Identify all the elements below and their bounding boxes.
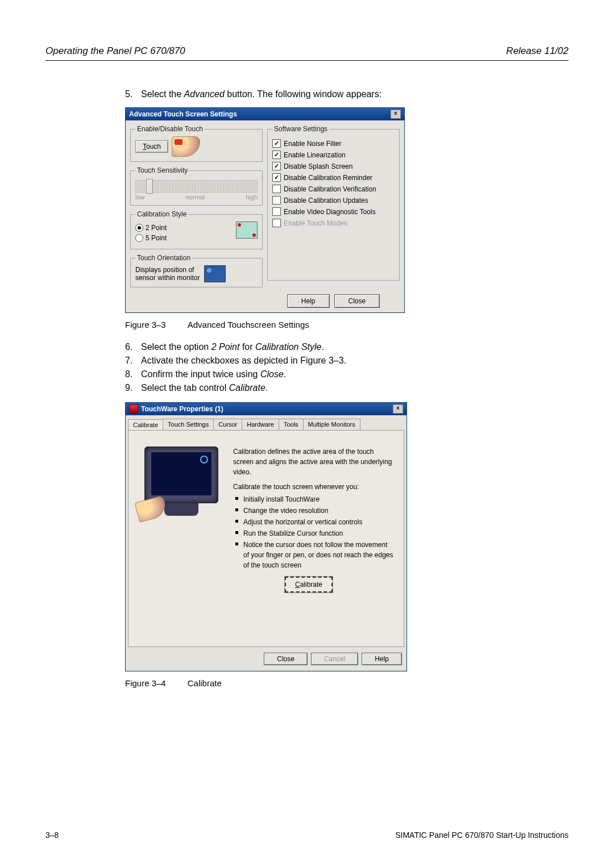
checkbox-disable-reminder[interactable]: ✓Disable Calibration Reminder: [272, 173, 395, 182]
slider-low-label: low: [135, 194, 145, 201]
header-left: Operating the Panel PC 670/870: [45, 45, 185, 57]
help-button[interactable]: Help: [287, 294, 330, 308]
calibration-style-icon: [236, 222, 258, 239]
checkbox-checked-icon: ✓: [272, 151, 281, 159]
list-item: Change the video resolution: [243, 506, 393, 516]
radio-label: 5 Point: [146, 234, 167, 242]
tab-calibrate[interactable]: Calibrate: [128, 419, 163, 431]
advanced-touch-settings-dialog: Advanced Touch Screen Settings × Enable/…: [125, 107, 405, 313]
checkbox-disable-verification[interactable]: Disable Calibration Verification: [272, 185, 395, 193]
touch-button[interactable]: TTouchouch: [135, 140, 168, 153]
close-button[interactable]: Close: [264, 653, 308, 665]
orientation-text: Displays position of sensor within monit…: [135, 266, 200, 282]
enable-disable-touch-group: Enable/Disable Touch TTouchouch: [130, 125, 263, 162]
list-item: Adjust the horizontal or vertical contro…: [243, 517, 393, 527]
sensitivity-slider[interactable]: [135, 180, 258, 193]
step-8: 8. Confirm the input twice using Close.: [125, 369, 546, 379]
checkbox-checked-icon: ✓: [272, 139, 281, 148]
group-legend: Touch Orientation: [135, 254, 192, 262]
touchware-properties-dialog: TouchWare Properties (1) × Calibrate Tou…: [125, 402, 407, 671]
close-button[interactable]: Close: [334, 294, 380, 308]
checkbox-disabled-icon: [272, 219, 281, 227]
touch-sensitivity-group: Touch Sensitivity low normal high: [130, 166, 263, 206]
slider-thumb-icon[interactable]: [146, 179, 153, 194]
cancel-button: Cancel: [311, 653, 358, 665]
checkbox-checked-icon: ✓: [272, 173, 281, 182]
list-item: Initially install TouchWare: [243, 494, 393, 504]
list-item: Notice the cursor does not follow the mo…: [243, 540, 393, 570]
checkbox-unchecked-icon: [272, 185, 281, 193]
list-item: Run the Stabilize Cursor function: [243, 528, 393, 539]
dialog-titlebar: Advanced Touch Screen Settings ×: [126, 108, 404, 120]
app-icon: [129, 404, 138, 414]
dialog-title: TouchWare Properties (1): [141, 405, 223, 413]
checkbox-unchecked-icon: [272, 207, 281, 216]
figure-3-4-caption: Figure 3–4Calibrate: [125, 678, 546, 688]
dialog-title: Advanced Touch Screen Settings: [129, 110, 237, 118]
checkbox-enable-diagnostic[interactable]: Enable Video Diagnostic Tools: [272, 207, 395, 216]
slider-high-label: high: [246, 194, 258, 201]
checkbox-unchecked-icon: [272, 196, 281, 205]
group-legend: Enable/Disable Touch: [135, 125, 205, 133]
checkbox-enable-noise-filter[interactable]: ✓Enable Noise Filter: [272, 139, 395, 148]
page-footer: 3–8 SIMATIC Panel PC 670/870 Start-Up In…: [45, 831, 569, 840]
touch-orientation-group: Touch Orientation Displays position of s…: [130, 254, 263, 287]
tab-touch-settings[interactable]: Touch Settings: [163, 419, 214, 430]
footer-doc-title: SIMATIC Panel PC 670/870 Start-Up Instru…: [395, 831, 569, 840]
tabs: Calibrate Touch Settings Cursor Hardware…: [126, 415, 406, 430]
page-header: Operating the Panel PC 670/870 Release 1…: [45, 45, 569, 61]
step-5: 5. Select the Advanced button. The follo…: [125, 89, 546, 99]
tab-tools[interactable]: Tools: [279, 419, 304, 430]
checkbox-checked-icon: ✓: [272, 162, 281, 170]
checkbox-enable-touch-modes: Enable Touch Modes: [272, 219, 395, 227]
figure-3-3-caption: Figure 3–3Advanced Touchscreen Settings: [125, 320, 546, 329]
tab-cursor[interactable]: Cursor: [213, 419, 242, 430]
slider-normal-label: normal: [186, 194, 205, 201]
radio-selected-icon: [135, 224, 143, 232]
close-icon[interactable]: ×: [391, 110, 401, 119]
checkbox-enable-linearization[interactable]: ✓Enable Linearization: [272, 151, 395, 159]
calibrate-button[interactable]: CalibrateCalibrate: [285, 577, 333, 592]
checkbox-disable-splash[interactable]: ✓Disable Splash Screen: [272, 162, 395, 170]
group-legend: Calibration Style: [135, 210, 188, 218]
page-number: 3–8: [45, 831, 59, 840]
group-legend: Touch Sensitivity: [135, 166, 189, 174]
software-settings-group: Software Settings ✓Enable Noise Filter ✓…: [267, 125, 400, 281]
calibrate-description: Calibration defines the active area of t…: [233, 446, 393, 571]
radio-5-point[interactable]: 5 Point: [135, 234, 236, 242]
radio-unselected-icon: [135, 234, 143, 242]
radio-2-point[interactable]: 2 Point: [135, 224, 236, 232]
step-5-num: 5.: [125, 89, 141, 99]
tab-multiple-monitors[interactable]: Multiple Monitors: [303, 419, 360, 430]
header-right: Release 11/02: [506, 45, 569, 57]
close-icon[interactable]: ×: [393, 404, 403, 414]
help-button[interactable]: Help: [362, 653, 402, 665]
radio-label: 2 Point: [146, 224, 167, 232]
step-6: 6. Select the option 2 Point for Calibra…: [125, 342, 546, 352]
orientation-icon: [204, 265, 226, 282]
dialog-titlebar: TouchWare Properties (1) ×: [126, 403, 406, 415]
group-legend: Software Settings: [272, 125, 329, 133]
touch-finger-icon: [172, 136, 200, 157]
tab-panel-calibrate: Calibration defines the active area of t…: [128, 430, 404, 647]
tab-hardware[interactable]: Hardware: [242, 419, 279, 430]
step-7: 7. Activate the checkboxes as depicted i…: [125, 356, 546, 366]
step-9: 9. Select the tab control Calibrate.: [125, 383, 546, 393]
calibration-style-group: Calibration Style 2 Point 5 Point: [130, 210, 263, 249]
checkbox-disable-updates[interactable]: Disable Calibration Updates: [272, 196, 395, 205]
monitor-touch-icon: [139, 446, 224, 526]
